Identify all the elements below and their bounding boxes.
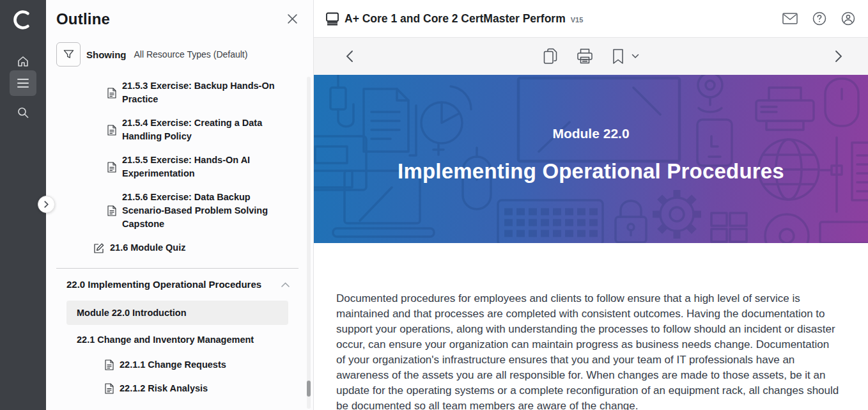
print-icon[interactable]	[577, 48, 593, 65]
c-logo-icon	[10, 7, 36, 33]
outline-item-label: 21.5.3 Exercise: Backup Hands-On Practic…	[122, 79, 275, 106]
bookmark-dropdown-caret-icon[interactable]	[632, 54, 639, 59]
outline-item-21-5-3[interactable]: 21.5.3 Exercise: Backup Hands-On Practic…	[46, 79, 313, 106]
outline-panel-title: Outline	[56, 10, 110, 28]
close-icon[interactable]	[287, 13, 298, 27]
app: Outline Showing All Resource Types (Defa…	[0, 0, 868, 410]
mail-icon[interactable]	[782, 13, 798, 24]
account-icon[interactable]	[841, 12, 855, 26]
showing-label: Showing	[86, 49, 127, 60]
bookmark-icon[interactable]	[612, 49, 624, 65]
filter-value[interactable]: All Resource Types (Default)	[134, 49, 248, 59]
lesson-paragraph: Documented procedures for employees and …	[336, 291, 839, 410]
filter-button[interactable]	[56, 42, 81, 67]
module-banner: Module 22.0 Implementing Operational Pro…	[314, 75, 868, 243]
funnel-icon	[63, 49, 74, 59]
outline-divider	[56, 268, 298, 269]
home-icon	[17, 55, 29, 68]
chevron-right-icon	[835, 50, 842, 63]
outline-item-22-1-2[interactable]: 22.1.2 Risk Analysis	[46, 382, 313, 395]
outline-item-label: Module 22.0 Introduction	[77, 308, 187, 318]
outline-item-label: 22.1.2 Risk Analysis	[120, 382, 208, 395]
reader-toolbar	[314, 38, 868, 75]
chevron-right-icon	[43, 201, 50, 208]
search-button[interactable]	[10, 100, 36, 125]
next-page-button[interactable]	[835, 50, 842, 63]
main-area: A+ Core 1 and Core 2 CertMaster Perform …	[313, 0, 868, 410]
comptia-logo	[0, 6, 46, 33]
module-number-label: Module 22.0	[314, 126, 868, 141]
chevron-up-icon[interactable]	[281, 282, 290, 287]
outline-scrollbar-track[interactable]	[307, 77, 311, 409]
document-icon	[107, 205, 116, 216]
quiz-pencil-icon	[93, 243, 104, 253]
help-icon[interactable]	[812, 12, 826, 26]
outline-menu-button[interactable]	[10, 70, 36, 96]
outline-item-label: 21.5.6 Exercise: Data Backup Scenario-Ba…	[122, 191, 275, 231]
outline-item-21-5-6[interactable]: 21.5.6 Exercise: Data Backup Scenario-Ba…	[46, 191, 313, 231]
outline-panel: Outline Showing All Resource Types (Defa…	[46, 0, 313, 410]
lesson-content: Documented procedures for employees and …	[314, 243, 868, 410]
document-icon	[107, 125, 116, 136]
outline-item-label: 22.1 Change and Inventory Management	[77, 335, 254, 345]
outline-item-22-1-1[interactable]: 22.1.1 Change Requests	[46, 358, 313, 372]
document-icon	[105, 359, 114, 370]
outline-item-module-22-0-introduction[interactable]: Module 22.0 Introduction	[66, 301, 288, 325]
previous-page-button[interactable]	[346, 50, 353, 63]
document-icon	[105, 383, 114, 394]
copy-icon[interactable]	[543, 48, 557, 65]
resource-filter-row: Showing All Resource Types (Default)	[56, 42, 313, 67]
outline-item-22-1[interactable]: 22.1 Change and Inventory Management	[46, 333, 313, 347]
outline-item-label: 21.5.4 Exercise: Creating a Data Handlin…	[122, 116, 275, 143]
document-icon	[107, 162, 116, 173]
outline-item-label: 22.1.1 Change Requests	[120, 358, 226, 372]
hamburger-icon	[17, 78, 29, 88]
outline-section-22-0[interactable]: 22.0 Implementing Operational Procedures	[46, 278, 313, 291]
outline-item-21-5-5[interactable]: 21.5.5 Exercise: Hands-On AI Experimenta…	[46, 154, 313, 180]
module-title: Implementing Operational Procedures	[314, 159, 868, 184]
panel-collapse-toggle[interactable]	[38, 196, 55, 213]
search-icon	[17, 106, 29, 119]
outline-scrollbar-thumb[interactable]	[307, 381, 311, 397]
chevron-left-icon	[346, 50, 353, 63]
outline-item-21-6-quiz[interactable]: 21.6 Module Quiz	[46, 241, 313, 255]
outline-item-label: 21.6 Module Quiz	[110, 241, 185, 255]
course-version-badge: V15	[571, 13, 584, 24]
outline-item-label: 21.5.5 Exercise: Hands-On AI Experimenta…	[122, 154, 275, 180]
document-icon	[107, 88, 116, 99]
course-book-icon	[325, 12, 339, 26]
course-header: A+ Core 1 and Core 2 CertMaster Perform …	[314, 0, 868, 38]
outline-list: 21.5.3 Exercise: Backup Hands-On Practic…	[46, 79, 313, 395]
outline-section-label: 22.0 Implementing Operational Procedures	[66, 278, 261, 291]
outline-item-21-5-4[interactable]: 21.5.4 Exercise: Creating a Data Handlin…	[46, 116, 313, 143]
course-title: A+ Core 1 and Core 2 CertMaster Perform	[345, 12, 566, 26]
